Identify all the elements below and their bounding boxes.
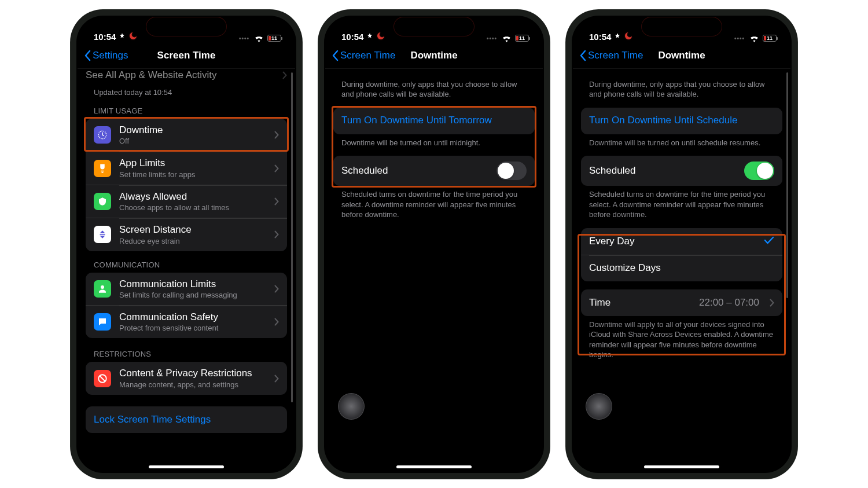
row-downtime[interactable]: DowntimeOff <box>86 119 287 151</box>
row-every-day[interactable]: Every Day <box>581 228 782 255</box>
scroll-indicator[interactable] <box>786 72 788 298</box>
row-scheduled[interactable]: Scheduled <box>333 156 535 186</box>
row-always-allowed[interactable]: Always AllowedChoose apps to allow at al… <box>86 185 287 218</box>
status-bar: 10:54 •••• 11 <box>325 17 543 43</box>
cellular-icon: •••• <box>487 35 497 42</box>
nav-bar: Screen Time Downtime <box>325 43 543 69</box>
screen-distance-icon <box>94 226 111 243</box>
back-button[interactable]: Screen Time <box>325 50 395 61</box>
chevron-icon <box>274 230 279 239</box>
dnd-moon-icon <box>624 31 633 42</box>
assistive-touch[interactable] <box>338 393 365 420</box>
scroll-indicator[interactable] <box>291 72 293 402</box>
row-time[interactable]: Time 22:00 – 07:00 <box>581 289 782 316</box>
row-app-limits[interactable]: App LimitsSet time limits for apps <box>86 151 287 184</box>
wifi-icon <box>502 35 512 42</box>
svg-point-1 <box>101 285 104 289</box>
nav-bar: Settings Screen Time <box>78 43 295 69</box>
content-privacy-icon <box>94 370 111 387</box>
turn-on-downtime-button[interactable]: Turn On Downtime Until Schedule <box>581 108 782 134</box>
section-header-communication: COMMUNICATION <box>86 251 287 273</box>
home-indicator[interactable] <box>644 465 719 468</box>
focus-icon <box>613 32 621 41</box>
assistive-touch[interactable] <box>586 393 612 420</box>
home-indicator[interactable] <box>396 465 472 468</box>
app-limits-icon <box>94 160 111 177</box>
row-communication-safety[interactable]: Communication SafetyProtect from sensiti… <box>86 305 287 338</box>
back-button[interactable]: Settings <box>78 50 128 61</box>
downtime-icon <box>94 126 111 144</box>
battery-icon: 11 <box>763 35 777 42</box>
dnd-moon-icon <box>376 31 385 42</box>
battery-icon: 11 <box>515 35 529 42</box>
cellular-icon: •••• <box>239 35 249 42</box>
phone-frame-3: 10:54 •••• 11 Screen Time Downtime Durin… <box>566 10 797 479</box>
truncated-prev-row[interactable]: See All App & Website Activity <box>86 69 287 82</box>
turn-on-downtime-button[interactable]: Turn On Downtime Until Tomorrow <box>333 108 535 134</box>
battery-icon: 11 <box>267 35 281 42</box>
scheduled-toggle[interactable] <box>496 162 527 180</box>
wifi-icon <box>254 35 264 42</box>
time-value: 22:00 – 07:00 <box>699 297 759 309</box>
back-label: Screen Time <box>588 50 643 61</box>
row-lock-screentime[interactable]: Lock Screen Time Settings <box>86 406 287 433</box>
back-label: Settings <box>93 50 128 61</box>
status-time: 10:54 <box>341 32 363 42</box>
time-desc: Downtime will apply to all of your devic… <box>581 316 782 360</box>
row-scheduled[interactable]: Scheduled <box>581 156 782 186</box>
home-indicator[interactable] <box>149 465 224 468</box>
phone-frame-2: 10:54 •••• 11 Screen Time Downtime Durin… <box>318 10 550 479</box>
section-header-restrictions: RESTRICTIONS <box>86 340 287 362</box>
chevron-icon <box>274 375 279 383</box>
back-label: Screen Time <box>340 50 395 61</box>
updated-label: Updated today at 10:54 <box>86 82 287 98</box>
row-customize-days[interactable]: Customize Days <box>581 255 782 281</box>
section-header-limit-usage: LIMIT USAGE <box>86 97 287 119</box>
row-screen-distance[interactable]: Screen DistanceReduce eye strain <box>86 218 287 251</box>
phone-frame-1: 10:54 •••• 11 Settings Screen Time See A… <box>71 10 302 479</box>
nav-bar: Screen Time Downtime <box>573 43 790 69</box>
communication-safety-icon <box>94 313 111 331</box>
chevron-icon <box>274 285 279 293</box>
turn-on-desc: Downtime will be turned on until midnigh… <box>333 134 535 148</box>
row-content-privacy[interactable]: Content & Privacy RestrictionsManage con… <box>86 362 287 394</box>
status-time: 10:54 <box>94 32 116 42</box>
chevron-icon <box>274 131 279 139</box>
back-button[interactable]: Screen Time <box>573 50 643 61</box>
status-time: 10:54 <box>589 32 611 42</box>
always-allowed-icon <box>94 193 111 210</box>
cellular-icon: •••• <box>734 35 745 42</box>
chevron-icon <box>274 197 279 206</box>
scheduled-desc: Scheduled turns on downtime for the time… <box>333 186 535 220</box>
scheduled-toggle[interactable] <box>744 162 774 180</box>
chevron-icon <box>770 299 774 307</box>
svg-line-3 <box>100 376 105 381</box>
focus-icon <box>118 32 126 41</box>
dnd-moon-icon <box>128 31 138 42</box>
status-bar: 10:54 •••• 11 <box>78 17 295 43</box>
checkmark-icon <box>764 236 774 247</box>
communication-limits-icon <box>94 280 111 298</box>
intro-text: During downtime, only apps that you choo… <box>333 69 535 100</box>
wifi-icon <box>749 35 759 42</box>
turn-on-desc: Downtime will be turned on until schedul… <box>581 134 782 148</box>
row-communication-limits[interactable]: Communication LimitsSet limits for calli… <box>86 273 287 305</box>
chevron-icon <box>274 164 279 173</box>
chevron-icon <box>274 318 279 326</box>
intro-text: During downtime, only apps that you choo… <box>581 69 782 100</box>
focus-icon <box>366 32 374 41</box>
status-bar: 10:54 •••• 11 <box>573 17 790 43</box>
scheduled-desc: Scheduled turns on downtime for the time… <box>581 186 782 220</box>
